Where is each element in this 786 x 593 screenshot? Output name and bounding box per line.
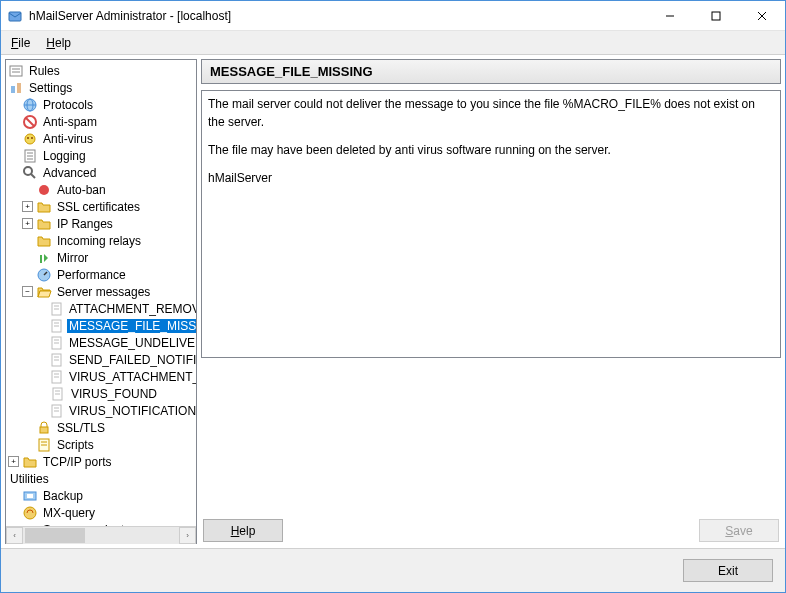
tree-item-protocols[interactable]: Protocols bbox=[6, 96, 196, 113]
document-icon bbox=[50, 335, 64, 351]
protocols-icon bbox=[22, 97, 38, 113]
tree-item-label: SSL/TLS bbox=[55, 421, 107, 435]
tree-item-logging[interactable]: Logging bbox=[6, 147, 196, 164]
expander[interactable]: + bbox=[22, 201, 33, 212]
help-button[interactable]: Help bbox=[203, 519, 283, 542]
window-controls bbox=[647, 1, 785, 31]
message-line: hMailServer bbox=[208, 169, 774, 187]
tree-item-sm-virusatt[interactable]: VIRUS_ATTACHMENT_REMOVED bbox=[6, 368, 196, 385]
tree-item-settings[interactable]: Settings bbox=[6, 79, 196, 96]
tree-item-incoming-relays[interactable]: Incoming relays bbox=[6, 232, 196, 249]
tree-item-advanced[interactable]: Advanced bbox=[6, 164, 196, 181]
tree-item-label: Anti-virus bbox=[41, 132, 95, 146]
message-line: The file may have been deleted by anti v… bbox=[208, 141, 774, 159]
mxquery-icon bbox=[22, 505, 38, 521]
tree-item-ip-ranges[interactable]: + IP Ranges bbox=[6, 215, 196, 232]
folder-icon bbox=[36, 216, 52, 232]
menu-help[interactable]: Help bbox=[46, 36, 71, 50]
maximize-button[interactable] bbox=[693, 1, 739, 31]
svg-point-24 bbox=[39, 185, 49, 195]
tree-item-label: MX-query bbox=[41, 506, 97, 520]
tree-item-label: Utilities bbox=[8, 472, 51, 486]
tree-item-backup[interactable]: Backup bbox=[6, 487, 196, 504]
tree-item-performance[interactable]: Performance bbox=[6, 266, 196, 283]
autoban-icon bbox=[36, 182, 52, 198]
scroll-left-button[interactable]: ‹ bbox=[6, 527, 23, 544]
tree-item-scripts[interactable]: Scripts bbox=[6, 436, 196, 453]
panel-heading: MESSAGE_FILE_MISSING bbox=[201, 59, 781, 84]
tree-item-sm-virusfound[interactable]: VIRUS_FOUND bbox=[6, 385, 196, 402]
svg-point-16 bbox=[27, 137, 29, 139]
tree-item-label: Settings bbox=[27, 81, 74, 95]
scripts-icon bbox=[36, 437, 52, 453]
tree-item-label: Scripts bbox=[55, 438, 96, 452]
rules-icon bbox=[8, 63, 24, 79]
tree-item-sm-undeliv[interactable]: MESSAGE_UNDELIVERABLE bbox=[6, 334, 196, 351]
window-title: hMailServer Administrator - [localhost] bbox=[29, 9, 647, 23]
tree-item-sm-virusnotif[interactable]: VIRUS_NOTIFICATION bbox=[6, 402, 196, 419]
tree-item-label: VIRUS_ATTACHMENT_REMOVED bbox=[67, 370, 196, 384]
svg-rect-5 bbox=[10, 66, 22, 76]
minimize-button[interactable] bbox=[647, 1, 693, 31]
tree-item-label: MESSAGE_UNDELIVERABLE bbox=[67, 336, 196, 350]
expander[interactable]: + bbox=[22, 218, 33, 229]
folder-icon bbox=[22, 454, 38, 470]
document-icon bbox=[50, 369, 64, 385]
settings-icon bbox=[8, 80, 24, 96]
tree-item-rules[interactable]: Rules bbox=[6, 62, 196, 79]
folder-icon bbox=[36, 199, 52, 215]
tree-item-ssl-certs[interactable]: + SSL certificates bbox=[6, 198, 196, 215]
svg-rect-53 bbox=[27, 494, 33, 498]
close-button[interactable] bbox=[739, 1, 785, 31]
tree-item-autoban[interactable]: Auto-ban bbox=[6, 181, 196, 198]
tree-item-mirror[interactable]: Mirror bbox=[6, 249, 196, 266]
tree-item-antivirus[interactable]: Anti-virus bbox=[6, 130, 196, 147]
antispam-icon bbox=[22, 114, 38, 130]
horizontal-scrollbar[interactable]: ‹ › bbox=[6, 526, 196, 543]
tree-item-ssl-tls[interactable]: SSL/TLS bbox=[6, 419, 196, 436]
spacer bbox=[201, 364, 781, 511]
expander[interactable]: + bbox=[8, 456, 19, 467]
tree-item-server-messages[interactable]: − Server messages bbox=[6, 283, 196, 300]
tree-item-label: Incoming relays bbox=[55, 234, 143, 248]
scroll-thumb[interactable] bbox=[25, 528, 85, 543]
svg-rect-2 bbox=[712, 12, 720, 20]
tree-item-sm-attachment[interactable]: ATTACHMENT_REMOVED bbox=[6, 300, 196, 317]
scroll-right-button[interactable]: › bbox=[179, 527, 196, 544]
menu-file[interactable]: File bbox=[11, 36, 30, 50]
tree-item-label: Protocols bbox=[41, 98, 95, 112]
tree-item-utilities[interactable]: Utilities bbox=[6, 470, 196, 487]
tree-item-label: Auto-ban bbox=[55, 183, 108, 197]
tree-item-label: VIRUS_NOTIFICATION bbox=[67, 404, 196, 418]
tree-item-label: Server messages bbox=[55, 285, 152, 299]
tree-item-label: SSL certificates bbox=[55, 200, 142, 214]
expander[interactable]: − bbox=[22, 286, 33, 297]
tree-item-mxquery[interactable]: MX-query bbox=[6, 504, 196, 521]
svg-point-22 bbox=[24, 167, 32, 175]
tree-item-label: ATTACHMENT_REMOVED bbox=[67, 302, 196, 316]
logging-icon bbox=[22, 148, 38, 164]
save-button: Save bbox=[699, 519, 779, 542]
tree-item-antispam[interactable]: Anti-spam bbox=[6, 113, 196, 130]
tree-item-tcpip-ports[interactable]: + TCP/IP ports bbox=[6, 453, 196, 470]
mirror-icon bbox=[36, 250, 52, 266]
scroll-track[interactable] bbox=[23, 527, 179, 544]
svg-rect-9 bbox=[17, 83, 21, 93]
tree-view[interactable]: Rules Settings Protocols Anti-spam Anti-… bbox=[6, 60, 196, 526]
tree-item-sm-sendfail[interactable]: SEND_FAILED_NOTIFICATION bbox=[6, 351, 196, 368]
search-icon bbox=[22, 165, 38, 181]
document-icon bbox=[50, 301, 64, 317]
backup-icon bbox=[22, 488, 38, 504]
tree-item-label: TCP/IP ports bbox=[41, 455, 113, 469]
titlebar: hMailServer Administrator - [localhost] bbox=[1, 1, 785, 31]
exit-button[interactable]: Exit bbox=[683, 559, 773, 582]
bottom-bar: Exit bbox=[1, 548, 785, 592]
message-text-area[interactable]: The mail server could not deliver the me… bbox=[201, 90, 781, 358]
performance-icon bbox=[36, 267, 52, 283]
tree-item-label: SEND_FAILED_NOTIFICATION bbox=[67, 353, 196, 367]
tree-item-sm-missing[interactable]: MESSAGE_FILE_MISSING bbox=[6, 317, 196, 334]
document-icon bbox=[50, 386, 66, 402]
folder-open-icon bbox=[36, 284, 52, 300]
document-icon bbox=[50, 318, 64, 334]
tree-item-label: Mirror bbox=[55, 251, 90, 265]
